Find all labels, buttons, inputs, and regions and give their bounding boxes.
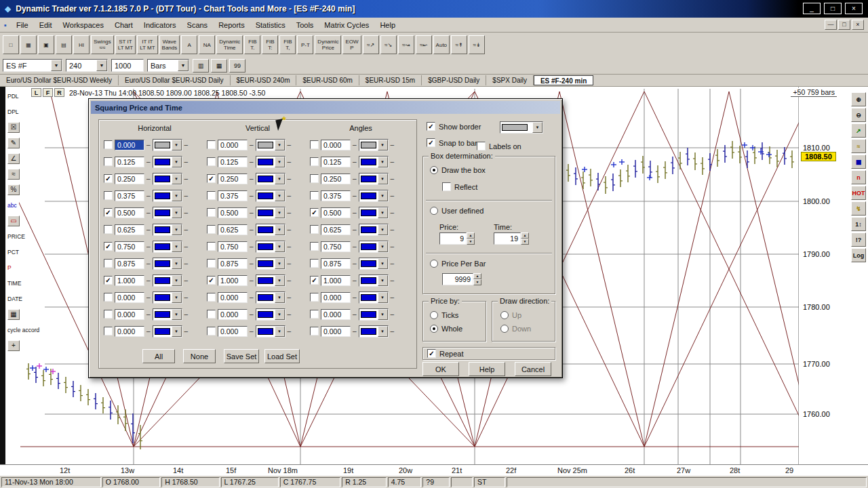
period-combo[interactable]: Bars ▼: [147, 59, 189, 72]
ratio-checkbox[interactable]: [310, 191, 319, 200]
ratio-checkbox[interactable]: [104, 327, 113, 336]
ratio-checkbox[interactable]: [310, 174, 319, 183]
whole-radio[interactable]: [430, 325, 438, 333]
log-icon[interactable]: Log: [851, 248, 866, 262]
chart-style-button[interactable]: ▥: [193, 59, 209, 73]
dropdown-arrow-icon[interactable]: ▼: [378, 309, 388, 320]
text-tool[interactable]: abc: [5, 197, 47, 213]
tab-euro-us-dollar-eur-usd-daily[interactable]: Euro/US Dollar $EUR-USD Daily: [119, 75, 231, 85]
load-set-button[interactable]: Load Set: [264, 349, 300, 363]
ratio-checkbox[interactable]: [104, 293, 113, 302]
color-dropdown[interactable]: ▼: [153, 224, 182, 236]
ratio-checkbox[interactable]: ✓: [104, 276, 113, 285]
dropdown-arrow-icon[interactable]: ▼: [275, 275, 285, 286]
color-dropdown[interactable]: ▼: [359, 173, 389, 185]
ratio-value-input[interactable]: 0.625: [115, 224, 144, 235]
ratio-value-input[interactable]: 1.000: [218, 275, 248, 286]
flag-l-button[interactable]: L: [31, 88, 41, 97]
color-dropdown[interactable]: ▼: [359, 274, 389, 287]
ratio-value-input[interactable]: 0.250: [321, 174, 351, 184]
save-button[interactable]: ▤: [56, 35, 72, 54]
time-spinner-value[interactable]: 19: [494, 232, 521, 245]
draw-the-box-radio[interactable]: [430, 166, 438, 174]
price-per-bar-spinner[interactable]: 9999 ▲▼: [442, 273, 481, 285]
menu-workspaces[interactable]: Workspaces: [58, 19, 109, 31]
tab--eur-usd-240m[interactable]: $EUR-USD 240m: [231, 75, 297, 85]
a-button[interactable]: A: [181, 35, 197, 54]
dropdown-arrow-icon[interactable]: ▼: [172, 140, 182, 150]
dropdown-arrow-icon[interactable]: ▼: [275, 309, 285, 320]
zoom-out-icon[interactable]: ⊖: [851, 108, 866, 122]
color-dropdown[interactable]: ▼: [359, 139, 389, 151]
ratio-checkbox[interactable]: ✓: [207, 174, 216, 183]
color-dropdown[interactable]: ▼: [359, 325, 389, 338]
ratio-checkbox[interactable]: [310, 225, 319, 234]
angle-tool-icon[interactable]: ∠: [7, 153, 20, 164]
chevron-down-icon[interactable]: ▼: [178, 60, 189, 71]
ratio-value-input[interactable]: 0.000: [321, 326, 351, 337]
p-tool[interactable]: P: [5, 260, 47, 275]
hot-list-icon[interactable]: HOT: [851, 186, 866, 200]
ratio-value-input[interactable]: 0.000: [115, 309, 144, 320]
dropdown-arrow-icon[interactable]: ▼: [275, 224, 285, 235]
auto-button[interactable]: Auto: [433, 35, 450, 54]
wave-icon[interactable]: ≈: [851, 139, 866, 153]
tab-es-f-240-min[interactable]: ES #F-240 min: [534, 75, 593, 85]
ratio-value-input[interactable]: 0.000: [115, 326, 144, 337]
ratio-value-input[interactable]: 0.750: [115, 241, 144, 252]
user-defined-radio[interactable]: [430, 207, 438, 215]
ratio-checkbox[interactable]: [104, 140, 113, 149]
price-time-button[interactable]: P-T: [297, 35, 313, 54]
ratio-value-input[interactable]: 0.000: [218, 292, 248, 303]
ratio-checkbox[interactable]: [310, 259, 319, 268]
time-tool[interactable]: TIME: [5, 275, 47, 291]
menu-help[interactable]: Help: [374, 19, 401, 31]
dropdown-arrow-icon[interactable]: ▼: [275, 140, 285, 150]
price-per-bar-value[interactable]: 9999: [442, 273, 473, 285]
ratio-checkbox[interactable]: ✓: [310, 208, 319, 217]
ratio-checkbox[interactable]: [104, 259, 113, 268]
ratio-value-input[interactable]: 0.125: [321, 157, 351, 167]
dropdown-arrow-icon[interactable]: ▼: [172, 292, 182, 303]
spin-up-icon[interactable]: ▲: [473, 273, 481, 279]
spin-down-icon[interactable]: ▼: [521, 239, 529, 245]
spin-down-icon[interactable]: ▼: [473, 279, 481, 285]
ratio-checkbox[interactable]: [104, 191, 113, 200]
swing-tool-icon[interactable]: ≈: [5, 166, 47, 182]
ratio-checkbox[interactable]: [104, 225, 113, 234]
color-dropdown[interactable]: ▼: [256, 207, 285, 219]
menu-reports[interactable]: Reports: [213, 19, 250, 31]
color-dropdown[interactable]: ▼: [153, 308, 182, 321]
menu-statistics[interactable]: Statistics: [250, 19, 291, 31]
color-dropdown[interactable]: ▼: [153, 190, 182, 202]
dropdown-arrow-icon[interactable]: ▼: [378, 241, 388, 252]
dropdown-arrow-icon[interactable]: ▼: [172, 326, 182, 337]
ratio-value-input[interactable]: 0.500: [321, 207, 351, 218]
snap-to-bars-checkbox[interactable]: ✓: [427, 138, 435, 147]
dpl-label[interactable]: DPL: [5, 104, 47, 119]
dropdown-arrow-icon[interactable]: ▼: [275, 292, 285, 303]
chevron-down-icon[interactable]: ▼: [532, 122, 542, 133]
ratio-checkbox[interactable]: [310, 293, 319, 302]
spin-down-icon[interactable]: ▼: [467, 239, 475, 245]
price-spinner[interactable]: 9 ▲▼: [439, 232, 475, 245]
dynamic-price-button[interactable]: Dynamic Price: [315, 35, 341, 54]
color-dropdown[interactable]: ▼: [153, 241, 182, 253]
color-dropdown[interactable]: ▼: [359, 224, 389, 236]
help-button[interactable]: Help: [469, 362, 505, 376]
ratio-checkbox[interactable]: [310, 242, 319, 251]
pencil-tool-icon[interactable]: ✎: [5, 135, 47, 150]
menu-matrix-cycles[interactable]: Matrix Cycles: [319, 19, 374, 31]
hi-button[interactable]: HI: [73, 35, 90, 54]
dynamic-time-button[interactable]: Dynamic Time: [216, 35, 243, 54]
ratio-checkbox[interactable]: [207, 293, 216, 302]
alert-help-icon[interactable]: !?: [851, 232, 866, 247]
ratio-checkbox[interactable]: [104, 310, 113, 319]
dropdown-arrow-icon[interactable]: ▼: [378, 224, 388, 235]
minimize-button[interactable]: _: [803, 3, 821, 14]
tab-euro-us-dollar-eur-usd-weekly[interactable]: Euro/US Dollar $EUR-USD Weekly: [0, 75, 119, 85]
zigzag-1-button[interactable]: ≈↗: [363, 35, 379, 54]
none-button[interactable]: None: [183, 349, 216, 363]
notes-icon[interactable]: n: [851, 170, 866, 184]
grid-tool-icon[interactable]: ▦: [5, 306, 47, 322]
